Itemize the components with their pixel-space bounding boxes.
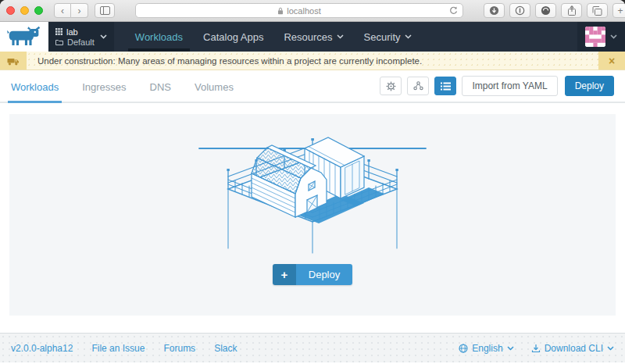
tab-volumes[interactable]: Volumes <box>195 81 234 102</box>
extension-one-button[interactable] <box>509 3 530 18</box>
address-bar[interactable]: localhost <box>135 3 463 18</box>
slack-link[interactable]: Slack <box>214 343 237 354</box>
file-issue-link[interactable]: File an Issue <box>91 343 145 354</box>
app-footer: v2.0.0-alpha12 File an Issue Forums Slac… <box>0 333 625 362</box>
banner-icon-cell <box>0 52 27 70</box>
tab-workloads[interactable]: Workloads <box>11 81 59 102</box>
history-nav: ‹ › <box>54 3 88 18</box>
import-yaml-button[interactable]: Import from YAML <box>462 76 557 96</box>
main-content: + Deploy <box>0 103 625 333</box>
plus-icon: + <box>280 268 288 281</box>
back-button[interactable]: ‹ <box>54 3 71 18</box>
plus-icon: + <box>617 5 623 16</box>
globe-icon <box>459 344 468 353</box>
truck-icon <box>7 56 20 66</box>
chevron-down-icon <box>100 34 107 39</box>
tab-dns[interactable]: DNS <box>150 81 171 102</box>
rancher-cow-icon <box>7 26 41 48</box>
under-construction-banner: Under construction: Many areas of managi… <box>0 52 625 70</box>
user-menu[interactable] <box>577 22 625 52</box>
main-nav: Workloads Catalog Apps Resources Securit… <box>125 22 422 52</box>
chevron-down-icon <box>507 346 514 351</box>
forums-link[interactable]: Forums <box>163 343 195 354</box>
app-header: lab Default Workloads Catalog Apps Resou… <box>0 22 625 52</box>
chevron-down-icon <box>610 34 617 39</box>
project-selector[interactable]: lab Default <box>48 22 114 52</box>
group-view-button[interactable] <box>407 77 429 95</box>
new-tab-button[interactable]: + <box>612 3 625 18</box>
reload-button[interactable] <box>448 5 459 16</box>
version-link[interactable]: v2.0.0-alpha12 <box>11 343 73 354</box>
close-icon: × <box>609 55 615 67</box>
close-window-button[interactable] <box>6 6 15 15</box>
share-icon <box>567 5 577 16</box>
downloads-button[interactable] <box>484 3 505 18</box>
nav-item-resources[interactable]: Resources <box>273 22 353 52</box>
window-controls <box>6 6 43 15</box>
list-icon <box>441 82 451 91</box>
tab-ingresses[interactable]: Ingresses <box>82 81 126 102</box>
tabs-icon <box>592 6 602 16</box>
download-circle-icon <box>489 5 499 16</box>
tab-overview-button[interactable] <box>587 3 608 18</box>
back-icon: ‹ <box>61 5 64 16</box>
empty-state-panel: + Deploy <box>9 114 616 316</box>
forward-button[interactable]: › <box>71 3 88 18</box>
deploy-button-empty-state[interactable]: + Deploy <box>273 264 352 285</box>
view-controls: Import from YAML Deploy <box>380 76 614 102</box>
banner-close-button[interactable]: × <box>598 52 625 70</box>
rancher-logo[interactable] <box>0 22 48 52</box>
reload-icon <box>448 5 459 16</box>
minimize-window-button[interactable] <box>20 6 29 15</box>
banner-message: Under construction: Many areas of managi… <box>38 56 422 66</box>
language-label: English <box>472 343 502 354</box>
nav-item-catalog-apps[interactable]: Catalog Apps <box>193 22 273 52</box>
forward-icon: › <box>78 5 81 16</box>
sidebar-icon <box>100 6 110 15</box>
lock-icon <box>277 7 284 15</box>
avatar <box>585 27 605 47</box>
chevron-down-icon <box>607 346 614 351</box>
project-name: Default <box>67 37 95 47</box>
chevron-down-icon <box>337 34 344 39</box>
download-cli-label: Download CLI <box>545 343 603 354</box>
section-tabs: Workloads Ingresses DNS Volumes <box>0 70 625 103</box>
toolbar-extensions: + <box>484 3 619 18</box>
dark-circle-icon <box>541 5 551 16</box>
zoom-window-button[interactable] <box>34 6 43 15</box>
nav-item-workloads[interactable]: Workloads <box>125 22 193 52</box>
nav-item-security[interactable]: Security <box>354 22 422 52</box>
chevron-down-icon <box>405 34 412 39</box>
settings-view-button[interactable] <box>380 77 402 95</box>
download-cli-menu[interactable]: Download CLI <box>531 343 614 354</box>
cluster-name: lab <box>66 27 78 37</box>
list-view-button[interactable] <box>434 77 456 95</box>
deploy-button-top[interactable]: Deploy <box>565 76 614 96</box>
group-nodes-icon <box>413 81 423 91</box>
share-button[interactable] <box>561 3 582 18</box>
url-text: localhost <box>287 6 320 16</box>
download-icon <box>531 344 541 353</box>
extension-two-button[interactable] <box>535 3 556 18</box>
folder-icon <box>55 39 63 45</box>
language-selector[interactable]: English <box>459 343 513 354</box>
sidebar-toggle-button[interactable] <box>95 3 115 18</box>
cluster-icon <box>55 28 62 35</box>
gear-icon <box>386 81 396 91</box>
info-circle-icon <box>515 5 525 16</box>
browser-window: ‹ › localhost <box>0 0 625 364</box>
farm-illustration <box>188 117 438 258</box>
browser-chrome: ‹ › localhost <box>0 0 625 22</box>
